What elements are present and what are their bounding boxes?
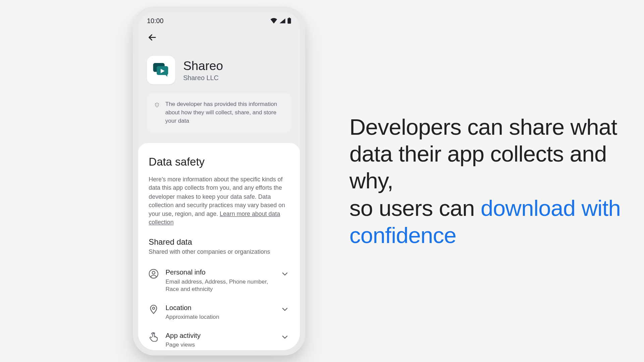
row-title: Personal info	[165, 268, 273, 277]
status-time: 10:00	[147, 17, 163, 24]
headline-line1: Developers can share what data their app…	[350, 114, 617, 193]
svg-point-8	[153, 307, 155, 309]
row-title: Location	[165, 304, 273, 312]
person-icon	[149, 269, 158, 279]
data-row-location[interactable]: Location Approximate location	[149, 299, 289, 326]
svg-rect-1	[288, 17, 290, 18]
phone-side-button	[305, 81, 307, 112]
svg-point-7	[152, 271, 155, 274]
status-bar: 10:00	[138, 12, 300, 29]
shared-data-subtitle: Shared with other companies or organizat…	[149, 249, 289, 255]
data-row-personal-info[interactable]: Personal info Email address, Address, Ph…	[149, 263, 289, 299]
top-bar	[138, 29, 300, 48]
svg-rect-0	[287, 18, 291, 23]
row-title: App activity	[165, 331, 273, 340]
row-sub: Page views	[165, 341, 273, 349]
phone-mockup: 10:00	[133, 6, 310, 355]
phone-screen: 10:00	[138, 12, 300, 350]
data-safety-description: Here's more information about the specif…	[149, 175, 289, 227]
row-sub: Email address, Address, Phone number, Ra…	[165, 278, 273, 293]
data-row-app-activity[interactable]: App activity Page views	[149, 326, 289, 350]
back-button[interactable]	[147, 32, 158, 43]
status-icons	[270, 17, 291, 23]
chevron-down-icon	[280, 305, 289, 313]
app-developer: Shareo LLC	[183, 74, 223, 81]
data-safety-title: Data safety	[149, 155, 289, 168]
app-header: Shareo Shareo LLC	[138, 48, 300, 93]
svg-point-4	[157, 104, 157, 105]
developer-info-banner: The developer has provided this informat…	[147, 93, 291, 132]
headline-line2: so users can	[350, 195, 481, 221]
signal-icon	[279, 18, 286, 23]
banner-text: The developer has provided this informat…	[165, 100, 283, 125]
wifi-icon	[270, 18, 277, 23]
touch-icon	[149, 332, 158, 342]
battery-icon	[287, 17, 291, 23]
location-icon	[149, 304, 158, 314]
app-name: Shareo	[183, 59, 223, 73]
data-safety-card: Data safety Here's more information abou…	[138, 143, 300, 350]
chevron-down-icon	[280, 332, 289, 341]
shareo-logo-icon	[151, 60, 171, 80]
marketing-headline: Developers can share what data their app…	[350, 113, 637, 248]
shared-data-title: Shared data	[149, 238, 289, 247]
arrow-left-icon	[147, 32, 158, 43]
chevron-down-icon	[280, 269, 289, 278]
shield-info-icon	[155, 100, 159, 110]
app-icon	[147, 56, 175, 84]
row-sub: Approximate location	[165, 313, 273, 321]
